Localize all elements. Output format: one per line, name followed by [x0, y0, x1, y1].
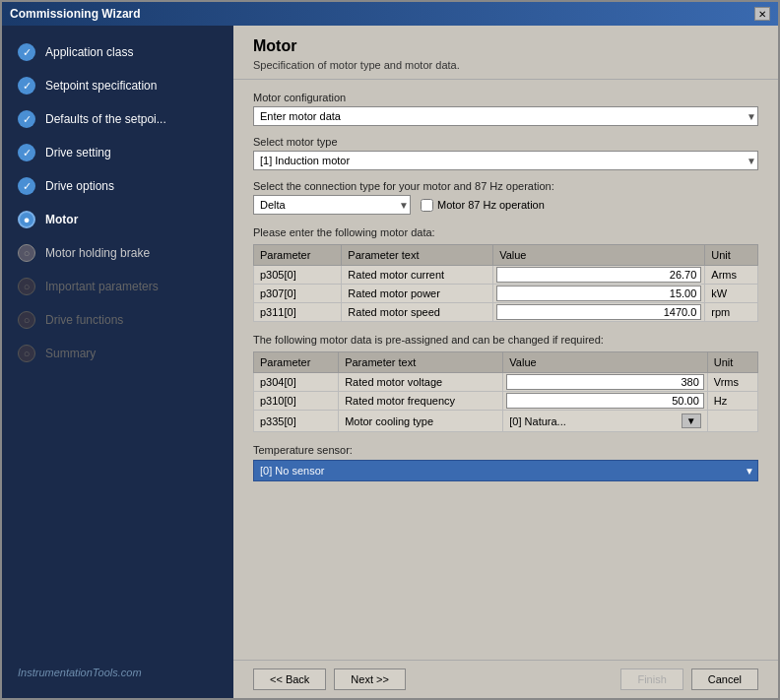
sidebar-item-application-class[interactable]: ✓Application class	[2, 35, 233, 69]
back-button[interactable]: << Back	[253, 668, 326, 690]
sidebar-label-application-class: Application class	[45, 45, 133, 59]
panel-subtitle: Specification of motor type and motor da…	[253, 59, 758, 71]
motor-data-value-cell[interactable]	[493, 285, 705, 303]
footer: << Back Next >> Finish Cancel	[233, 660, 778, 698]
pre-assigned-text: Rated motor frequency	[339, 392, 503, 411]
pre-assigned-value-cell[interactable]	[503, 392, 707, 411]
hz-operation-checkbox[interactable]	[421, 199, 433, 212]
connection-type-label: Select the connection type for your moto…	[253, 180, 758, 192]
motor-data-param: p305[0]	[254, 266, 342, 285]
table-row: p310[0]Rated motor frequencyHz	[254, 392, 758, 411]
pre-assigned-value-cell[interactable]	[503, 373, 707, 392]
table-row: p307[0]Rated motor powerkW	[254, 285, 758, 303]
pre-assigned-param: p335[0]	[254, 411, 339, 432]
pre-assigned-col-parameter: Parameter	[254, 352, 339, 373]
connection-select-wrapper: DeltaStar ▼	[253, 195, 411, 215]
sidebar-item-drive-functions: ○Drive functions	[2, 303, 233, 337]
connection-type-row: DeltaStar ▼ Motor 87 Hz operation	[253, 195, 758, 215]
temperature-sensor-select[interactable]: [0] No sensor[1] PTC[2] KTY84	[253, 460, 758, 481]
pre-assigned-col-unit: Unit	[707, 352, 757, 373]
sidebar-item-motor[interactable]: ●Motor	[2, 203, 233, 236]
sidebar-item-drive-options[interactable]: ✓Drive options	[2, 169, 233, 203]
pre-assigned-dropdown-value: [0] Natura...	[509, 415, 680, 427]
temperature-sensor-select-wrapper: [0] No sensor[1] PTC[2] KTY84 ▼	[253, 460, 758, 481]
table-row: p335[0]Motor cooling type[0] Natura...▼	[254, 411, 758, 432]
sidebar-label-summary: Summary	[45, 347, 96, 360]
pre-assigned-group: The following motor data is pre-assigned…	[253, 334, 758, 432]
motor-data-value-input[interactable]	[496, 304, 701, 320]
temperature-sensor-label: Temperature sensor:	[253, 444, 758, 456]
motor-type-label: Select motor type	[253, 136, 758, 148]
sidebar-label-important-parameters: Important parameters	[45, 280, 159, 293]
motor-data-value-input[interactable]	[496, 286, 701, 301]
sidebar-item-setpoint-specification[interactable]: ✓Setpoint specification	[2, 69, 233, 102]
sidebar: ✓Application class✓Setpoint specificatio…	[2, 26, 233, 698]
sidebar-icon-setpoint-specification: ✓	[18, 77, 35, 95]
motor-data-unit: kW	[705, 285, 758, 303]
motor-data-col-parameter: Parameter	[254, 245, 342, 266]
sidebar-item-motor-holding-brake[interactable]: ○Motor holding brake	[2, 236, 233, 270]
close-button[interactable]: ✕	[754, 7, 770, 21]
pre-assigned-col-parameter-text: Parameter text	[339, 352, 503, 373]
motor-data-table: ParameterParameter textValueUnit p305[0]…	[253, 244, 758, 322]
window-title: Commissioning Wizard	[10, 7, 141, 21]
sidebar-label-motor: Motor	[45, 213, 78, 226]
motor-data-group: Please enter the following motor data: P…	[253, 226, 758, 322]
motor-type-group: Select motor type [1] Induction motor[2]…	[253, 136, 758, 170]
sidebar-icon-drive-setting: ✓	[18, 144, 35, 161]
sidebar-icon-motor: ●	[18, 211, 35, 228]
commissioning-wizard-window: Commissioning Wizard ✕ ✓Application clas…	[0, 0, 780, 700]
pre-assigned-unit	[707, 411, 757, 432]
pre-assigned-value-cell[interactable]: [0] Natura...▼	[503, 411, 707, 432]
motor-data-param: p307[0]	[254, 285, 342, 303]
pre-assigned-value-input[interactable]	[506, 393, 703, 409]
panel-header: Motor Specification of motor type and mo…	[233, 26, 778, 80]
motor-config-label: Motor configuration	[253, 92, 758, 103]
motor-config-group: Motor configuration Enter motor dataRead…	[253, 92, 758, 126]
pre-assigned-dropdown-btn[interactable]: ▼	[682, 414, 701, 428]
temperature-sensor-group: Temperature sensor: [0] No sensor[1] PTC…	[253, 444, 758, 481]
hz-operation-label: Motor 87 Hz operation	[437, 199, 545, 211]
motor-data-col-parameter-text: Parameter text	[342, 245, 493, 266]
sidebar-label-setpoint-specification: Setpoint specification	[45, 79, 157, 93]
sidebar-item-drive-setting[interactable]: ✓Drive setting	[2, 136, 233, 169]
panel-title: Motor	[253, 37, 758, 55]
pre-assigned-param: p310[0]	[254, 392, 339, 411]
motor-data-col-unit: Unit	[705, 245, 758, 266]
sidebar-label-drive-options: Drive options	[45, 179, 114, 193]
pre-assigned-value-input[interactable]	[506, 374, 703, 390]
connection-type-select[interactable]: DeltaStar	[253, 195, 411, 215]
sidebar-label-defaults-setpoint: Defaults of the setpoi...	[45, 112, 166, 126]
pre-assigned-text: Motor cooling type	[339, 411, 503, 432]
next-button[interactable]: Next >>	[334, 668, 406, 690]
hz-operation-row: Motor 87 Hz operation	[421, 199, 545, 212]
cancel-button[interactable]: Cancel	[691, 668, 758, 690]
sidebar-watermark: InstrumentationTools.com	[2, 657, 233, 688]
pre-assigned-text: Rated motor voltage	[339, 373, 503, 392]
sidebar-icon-motor-holding-brake: ○	[18, 244, 35, 262]
motor-data-value-cell[interactable]	[493, 266, 705, 285]
panel-body: Motor configuration Enter motor dataRead…	[233, 80, 778, 660]
sidebar-icon-summary: ○	[18, 345, 35, 362]
motor-data-value-input[interactable]	[496, 267, 701, 283]
motor-data-unit: Arms	[705, 266, 758, 285]
finish-button[interactable]: Finish	[620, 668, 682, 690]
pre-assigned-param: p304[0]	[254, 373, 339, 392]
motor-config-select-wrapper: Enter motor dataRead from motorStandard …	[253, 106, 758, 126]
sidebar-label-drive-functions: Drive functions	[45, 313, 123, 327]
footer-right: Finish Cancel	[620, 668, 758, 690]
sidebar-item-important-parameters: ○Important parameters	[2, 270, 233, 303]
motor-config-select[interactable]: Enter motor dataRead from motorStandard …	[253, 106, 758, 126]
sidebar-item-defaults-setpoint[interactable]: ✓Defaults of the setpoi...	[2, 102, 233, 136]
motor-type-select[interactable]: [1] Induction motor[2] Synchronous motor…	[253, 151, 758, 170]
table-row: p311[0]Rated motor speedrpm	[254, 303, 758, 322]
table-row: p305[0]Rated motor currentArms	[254, 266, 758, 285]
sidebar-icon-important-parameters: ○	[18, 278, 35, 295]
title-bar: Commissioning Wizard ✕	[2, 2, 778, 26]
motor-data-param: p311[0]	[254, 303, 342, 322]
motor-data-value-cell[interactable]	[493, 303, 705, 322]
pre-assigned-table: ParameterParameter textValueUnit p304[0]…	[253, 351, 758, 432]
pre-assigned-label: The following motor data is pre-assigned…	[253, 334, 758, 346]
motor-data-text: Rated motor current	[342, 266, 493, 285]
sidebar-icon-defaults-setpoint: ✓	[18, 110, 35, 128]
